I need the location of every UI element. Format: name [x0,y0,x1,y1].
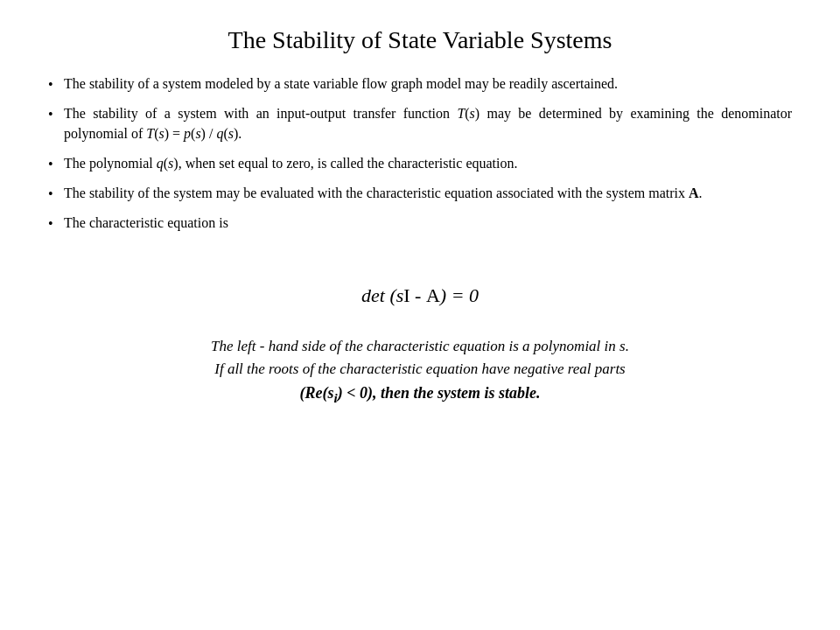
caption-line-2: If all the roots of the characteristic e… [211,358,629,381]
bullet-item-3: • The polynomial q(s), when set equal to… [48,153,792,174]
bullet-list: • The stability of a system modeled by a… [48,74,792,242]
bullet-dot-4: • [48,184,64,204]
bullet-text-4: The stability of the system may be evalu… [64,183,792,203]
slide-container: The Stability of State Variable Systems … [0,0,840,630]
bullet-item-5: • The characteristic equation is [48,213,792,234]
caption-line-1: The left ‑ hand side of the characterist… [211,335,629,358]
caption-block: The left ‑ hand side of the characterist… [211,335,629,409]
bullet-dot-3: • [48,154,64,174]
bullet-item-1: • The stability of a system modeled by a… [48,74,792,94]
bullet-item-4: • The stability of the system may be eva… [48,183,792,204]
bullet-dot-1: • [48,74,64,94]
bullet-dot-2: • [48,104,64,124]
bullet-text-2: The stability of a system with an input-… [64,103,792,144]
caption-line-3: (Re(si) < 0), then the system is stable. [211,382,629,409]
formula-section: det (sI - A) = 0 The left ‑ hand side of… [48,260,792,409]
bullet-text-5: The characteristic equation is [64,213,792,233]
bullet-text-1: The stability of a system modeled by a s… [64,74,792,94]
slide-title: The Stability of State Variable Systems [48,26,792,54]
bullet-dot-5: • [48,214,64,234]
bullet-text-3: The polynomial q(s), when set equal to z… [64,153,792,173]
svg-text:det (sI - A) = 0: det (sI - A) = 0 [361,284,479,306]
formula-display: det (sI - A) = 0 [324,272,516,321]
formula-svg: det (sI - A) = 0 [324,272,516,318]
bullet-item-2: • The stability of a system with an inpu… [48,103,792,144]
